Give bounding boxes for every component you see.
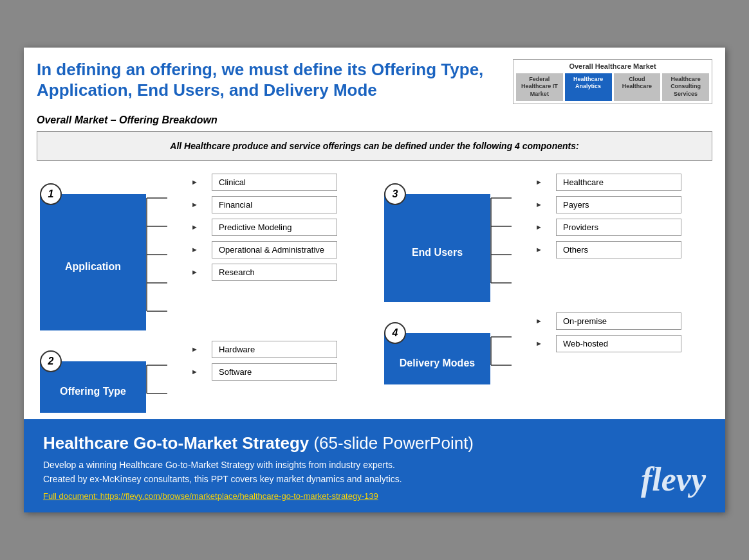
arrow-indicator: ► — [191, 268, 209, 276]
connector-svg — [490, 174, 513, 294]
bottom-link[interactable]: Full document: https://flevy.com/browse/… — [43, 491, 706, 501]
item-box: Others — [556, 241, 681, 258]
item-box: Providers — [556, 219, 681, 236]
item-box: Research — [212, 264, 337, 281]
connector-svg — [146, 174, 169, 323]
component-item: ►Financial — [191, 196, 337, 213]
bottom-title: Healthcare Go-to-Market Strategy (65-sli… — [43, 433, 706, 453]
market-cell: Healthcare Consulting Services — [662, 73, 709, 101]
arrow-indicator: ► — [191, 223, 209, 231]
diagram-area: 1Application►Clinical►Financial►Predicti… — [24, 167, 725, 419]
component-item: ►Research — [191, 264, 337, 281]
number-bubble-4: 4 — [384, 322, 406, 344]
component-item: ►Web-hosted — [535, 335, 681, 352]
item-box: Operational & Administrative — [212, 241, 337, 258]
component-block-1: 1Application►Clinical►Financial►Predicti… — [40, 174, 365, 330]
market-box-title: Overall Healthcare Market — [516, 62, 709, 70]
component-item: ►Others — [535, 241, 681, 258]
component-block-4: 4Delivery Modes►On-premise►Web-hosted — [384, 312, 709, 384]
arrow-indicator: ► — [191, 201, 209, 208]
arrow-indicator: ► — [535, 339, 553, 347]
arrow-indicator: ► — [535, 246, 553, 253]
component-item: ►On-premise — [535, 312, 681, 330]
market-cells: Federal Healthcare IT MarketHealthcare A… — [516, 73, 709, 101]
arrow-indicator: ► — [191, 345, 209, 353]
component-item: ►Predictive Modeling — [191, 219, 337, 236]
arrow-indicator: ► — [191, 178, 209, 186]
group-left: 2Offering Type — [40, 341, 146, 413]
component-items: ►Clinical►Financial►Predictive Modeling►… — [191, 174, 337, 281]
component-block-3: 3End Users►Healthcare►Payers►Providers►O… — [384, 174, 709, 302]
slide-title: In defining an offering, we must define … — [37, 59, 500, 101]
item-box: Clinical — [212, 174, 337, 191]
slide-subtitle: Overall Market – Offering Breakdown — [24, 111, 725, 131]
connector-svg — [146, 341, 169, 405]
arrow-indicator: ► — [191, 246, 209, 253]
market-cell: Cloud Healthcare — [614, 73, 661, 101]
bottom-desc: Develop a winning Healthcare Go-to-Marke… — [43, 458, 571, 486]
component-block-2: 2Offering Type►Hardware►Software — [40, 341, 365, 413]
component-item: ►Healthcare — [535, 174, 681, 191]
connector-svg — [490, 312, 513, 377]
component-item: ►Software — [191, 363, 337, 381]
number-bubble-1: 1 — [40, 183, 62, 205]
arrow-indicator: ► — [535, 178, 553, 186]
group-left: 1Application — [40, 174, 146, 330]
bottom-title-suffix: (65-slide PowerPoint) — [309, 433, 474, 453]
component-item: ►Hardware — [191, 341, 337, 358]
item-box: Hardware — [212, 341, 337, 358]
group-left: 3End Users — [384, 174, 490, 302]
arrow-indicator: ► — [535, 223, 553, 231]
blue-label-application: Application — [40, 194, 146, 330]
market-box: Overall Healthcare Market Federal Health… — [513, 59, 712, 104]
number-bubble-3: 3 — [384, 183, 406, 205]
slide-header: In defining an offering, we must define … — [24, 48, 725, 111]
diagram-two-col: 1Application►Clinical►Financial►Predicti… — [37, 174, 712, 413]
component-item: ►Operational & Administrative — [191, 241, 337, 258]
item-box: Web-hosted — [556, 335, 681, 352]
right-half: 3End Users►Healthcare►Payers►Providers►O… — [384, 174, 709, 413]
component-item: ►Providers — [535, 219, 681, 236]
component-item: ►Payers — [535, 196, 681, 213]
component-items: ►On-premise►Web-hosted — [535, 312, 681, 352]
component-items: ►Hardware►Software — [191, 341, 337, 381]
bottom-section: Healthcare Go-to-Market Strategy (65-sli… — [24, 419, 725, 512]
arrow-indicator: ► — [535, 317, 553, 325]
component-item: ►Clinical — [191, 174, 337, 191]
bottom-title-bold: Healthcare Go-to-Market Strategy — [43, 433, 309, 453]
market-cell: Healthcare Analytics — [565, 73, 612, 101]
flevy-logo: flevy — [641, 460, 706, 498]
arrow-indicator: ► — [191, 368, 209, 375]
item-box: On-premise — [556, 312, 681, 330]
item-box: Payers — [556, 196, 681, 213]
info-banner: All Healthcare produce and service offer… — [37, 131, 712, 161]
item-box: Financial — [212, 196, 337, 213]
item-box: Healthcare — [556, 174, 681, 191]
item-box: Software — [212, 363, 337, 381]
component-items: ►Healthcare►Payers►Providers►Others — [535, 174, 681, 258]
market-cell: Federal Healthcare IT Market — [516, 73, 563, 101]
left-half: 1Application►Clinical►Financial►Predicti… — [40, 174, 365, 413]
number-bubble-2: 2 — [40, 350, 62, 372]
blue-label-end-users: End Users — [384, 194, 490, 302]
arrow-indicator: ► — [535, 201, 553, 208]
item-box: Predictive Modeling — [212, 219, 337, 236]
group-left: 4Delivery Modes — [384, 312, 490, 384]
